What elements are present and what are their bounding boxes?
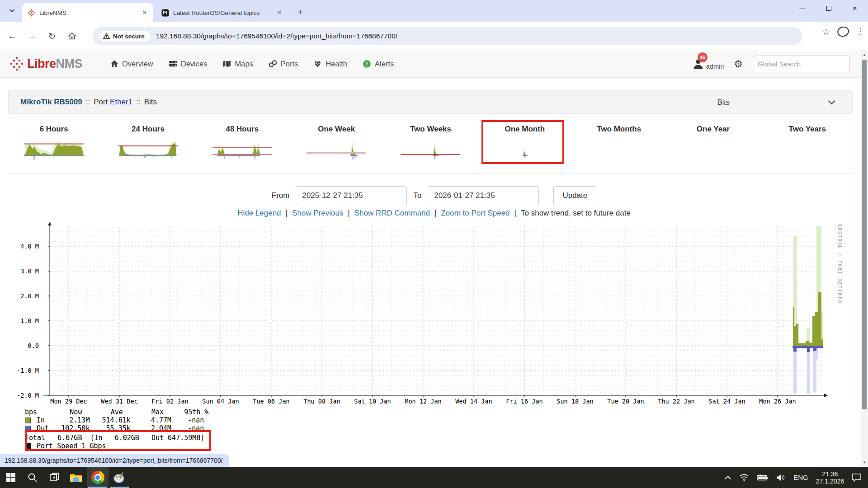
scroll-down-arrow-icon[interactable]: ▼: [861, 459, 868, 466]
show-previous-link[interactable]: Show Previous: [292, 209, 343, 218]
scroll-up-arrow-icon[interactable]: ▲: [861, 51, 868, 58]
svg-text:Sat 10 Jan: Sat 10 Jan: [354, 398, 391, 405]
battery-icon[interactable]: [757, 474, 769, 481]
librenms-logo[interactable]: LibreNMS: [9, 56, 82, 71]
tab-librenms[interactable]: LibreNMS ✕: [22, 3, 153, 22]
wifi-icon[interactable]: [739, 474, 749, 481]
svg-text:4.0 M: 4.0 M: [20, 243, 39, 250]
taskbar-search-button[interactable]: [22, 467, 43, 488]
period-one-year[interactable]: One Year: [666, 125, 760, 172]
svg-text:Mon 29 Dec: Mon 29 Dec: [50, 398, 87, 405]
window-maximize-button[interactable]: [816, 0, 842, 16]
paint-taskbar-button[interactable]: [108, 467, 130, 488]
address-bar[interactable]: Not secure 192.168.88.30/graphs/to=17695…: [93, 27, 802, 45]
reload-icon[interactable]: ↻: [44, 28, 60, 44]
zoom-to-port-speed-link[interactable]: Zoom to Port Speed: [441, 209, 509, 218]
not-secure-chip[interactable]: Not secure: [99, 31, 150, 42]
nav-label: Alerts: [375, 60, 394, 68]
file-explorer-button[interactable]: [65, 467, 87, 488]
nav-label: Devices: [181, 60, 208, 68]
chevron-down-icon[interactable]: [828, 98, 835, 105]
period-6-hours[interactable]: 6 Hours: [7, 125, 101, 172]
forward-icon[interactable]: →: [24, 28, 40, 44]
not-secure-label: Not secure: [113, 33, 145, 40]
nav-item-maps[interactable]: Maps: [222, 60, 253, 68]
svg-text:Tue 20 Jan: Tue 20 Jan: [607, 398, 644, 405]
period-48-hours[interactable]: 48 Hours: [195, 125, 289, 172]
separator: |: [434, 209, 436, 218]
nav-item-alerts[interactable]: Alerts: [363, 60, 394, 68]
svg-text:Tue 06 Jan: Tue 06 Jan: [253, 398, 289, 405]
period-thumbnail-graph: [212, 136, 272, 162]
scrollbar-thumb[interactable]: [862, 60, 867, 409]
language-indicator[interactable]: ENG: [793, 474, 808, 481]
bookmark-star-icon[interactable]: ☆: [822, 26, 830, 37]
back-icon[interactable]: ←: [5, 28, 20, 44]
browser-scrollbar[interactable]: ▲ ▼: [861, 50, 868, 467]
graph-type-select-value[interactable]: Bits: [717, 98, 730, 107]
tab-close-icon[interactable]: ✕: [275, 9, 283, 17]
period-one-week[interactable]: One Week: [289, 125, 383, 172]
divider: [7, 173, 854, 174]
period-two-years[interactable]: Two Years: [760, 125, 854, 172]
svg-text:Sun 04 Jan: Sun 04 Jan: [202, 398, 239, 405]
chrome-taskbar-button[interactable]: [87, 467, 108, 488]
window-controls: — ✕: [789, 0, 868, 16]
show-rrd-command-link[interactable]: Show RRD Command: [354, 209, 430, 218]
breadcrumb-device-link[interactable]: MikroTik RB5009: [20, 98, 82, 107]
port-speed-swatch: [25, 443, 31, 449]
browser-profile-icon[interactable]: ~: [836, 25, 850, 38]
nav-item-ports[interactable]: Ports: [269, 60, 298, 68]
period-one-month[interactable]: One Month: [478, 125, 572, 172]
legend-header: bps Now Ave Max 95th %: [25, 408, 208, 416]
task-view-button[interactable]: [43, 467, 65, 488]
period-thumbnail-graph: [589, 136, 649, 162]
period-two-months[interactable]: Two Months: [572, 125, 666, 172]
breadcrumb-port-label: Port: [94, 98, 108, 107]
svg-text:Wed 31 Dec: Wed 31 Dec: [101, 398, 137, 405]
new-tab-button[interactable]: +: [294, 6, 307, 19]
legend-in-row: In 2.13M 514.61k 4.77M -nan: [33, 416, 204, 424]
date-range-controls: From To Update: [0, 185, 868, 206]
traffic-graph[interactable]: 4.0 M3.0 M2.0 M1.0 M0.0-1.0 M-2.0 MMon 2…: [0, 220, 868, 411]
tab-close-icon[interactable]: ✕: [141, 9, 149, 17]
nav-item-devices[interactable]: Devices: [169, 60, 208, 68]
user-menu[interactable]: 46 admin: [692, 58, 724, 70]
from-date-input[interactable]: [296, 186, 407, 205]
period-label: One Year: [697, 125, 730, 135]
alert-circle-icon: [363, 60, 371, 68]
breadcrumb-port-link[interactable]: Ether1: [110, 98, 132, 107]
update-button[interactable]: Update: [553, 186, 596, 205]
home-icon[interactable]: [64, 28, 80, 44]
server-icon: [169, 60, 177, 68]
window-minimize-button[interactable]: —: [789, 0, 816, 16]
hide-legend-link[interactable]: Hide Legend: [237, 209, 281, 218]
chrome-icon: [91, 471, 104, 484]
breadcrumb-separator: ::: [136, 98, 140, 107]
global-search-input[interactable]: [753, 56, 850, 72]
tray-expand-chevron-icon[interactable]: [724, 475, 731, 480]
action-center-icon[interactable]: [852, 473, 862, 482]
notification-badge: 46: [698, 52, 708, 62]
link-icon: [269, 60, 277, 68]
clock-date: 27.1.2026: [816, 478, 844, 485]
browser-menu-icon[interactable]: ⋮: [856, 27, 864, 37]
period-selector-row: 6 Hours 24 Hours 48 Hours One Week Two W…: [7, 125, 854, 172]
start-button[interactable]: [0, 467, 22, 488]
to-date-input[interactable]: [428, 186, 539, 205]
volume-icon[interactable]: [776, 474, 786, 481]
taskbar-clock[interactable]: 21:36 27.1.2026: [816, 470, 844, 485]
warning-triangle-icon: [103, 33, 110, 39]
period-two-weeks[interactable]: Two Weeks: [383, 125, 477, 172]
url-text[interactable]: 192.168.88.30/graphs/to=1769546100/id=2/…: [156, 32, 397, 40]
rrdtool-watermark: RRDTOOL / TOBI OETIKER: [837, 224, 842, 304]
period-24-hours[interactable]: 24 Hours: [101, 125, 195, 172]
nav-label: Ports: [281, 60, 298, 68]
nav-item-overview[interactable]: Overview: [110, 60, 153, 68]
tab-search-chevron-icon[interactable]: [5, 5, 18, 17]
username-label: admin: [706, 63, 724, 70]
tab-routeros-forum[interactable]: Latest RouterOS/General topics ✕: [156, 3, 288, 22]
nav-item-health[interactable]: Health: [313, 60, 347, 68]
settings-gear-icon[interactable]: ⚙: [734, 58, 743, 70]
window-close-button[interactable]: ✕: [842, 0, 868, 16]
